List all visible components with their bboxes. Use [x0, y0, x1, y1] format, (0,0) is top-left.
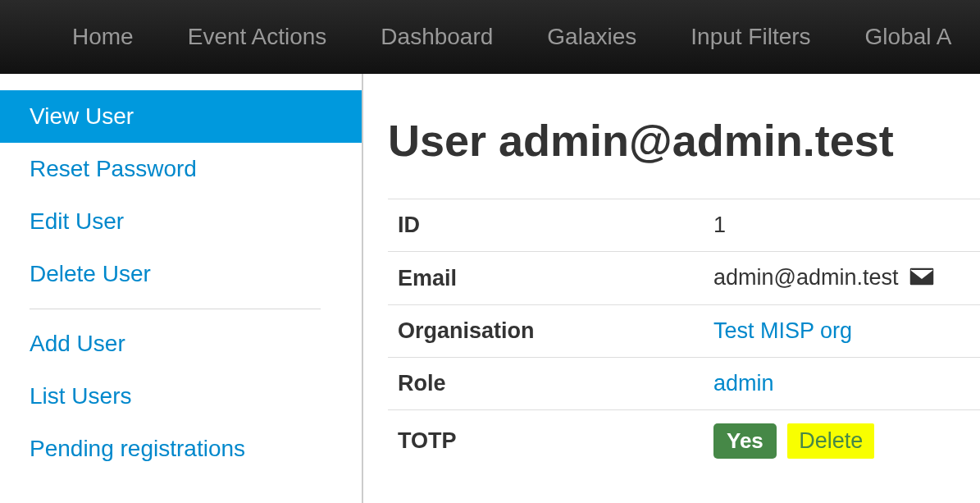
nav-home[interactable]: Home: [49, 24, 157, 50]
sidebar-item-edit-user[interactable]: Edit User: [0, 195, 362, 248]
value-id: 1: [704, 199, 980, 252]
content-area: User admin@admin.test ID 1 Email admin@a…: [363, 74, 980, 503]
top-navbar: Home Event Actions Dashboard Galaxies In…: [0, 0, 980, 74]
row-organisation: Organisation Test MISP org: [388, 305, 980, 358]
sidebar-item-add-user[interactable]: Add User: [0, 318, 362, 370]
row-id: ID 1: [388, 199, 980, 252]
nav-event-actions[interactable]: Event Actions: [165, 24, 350, 50]
label-organisation: Organisation: [388, 305, 704, 358]
label-totp: TOTP: [388, 410, 704, 473]
sidebar: View User Reset Password Edit User Delet…: [0, 74, 363, 503]
totp-yes-badge: Yes: [713, 423, 777, 459]
sidebar-item-pending-registrations[interactable]: Pending registrations: [0, 423, 362, 475]
row-totp: TOTP Yes Delete: [388, 410, 980, 473]
main-container: View User Reset Password Edit User Delet…: [0, 74, 980, 503]
sidebar-item-reset-password[interactable]: Reset Password: [0, 143, 362, 195]
nav-galaxies[interactable]: Galaxies: [524, 24, 659, 50]
nav-input-filters[interactable]: Input Filters: [668, 24, 833, 50]
sidebar-item-delete-user[interactable]: Delete User: [0, 248, 362, 300]
value-role: admin: [704, 358, 980, 410]
label-id: ID: [388, 199, 704, 252]
row-role: Role admin: [388, 358, 980, 410]
value-totp: Yes Delete: [704, 410, 980, 473]
envelope-icon[interactable]: [909, 266, 934, 291]
sidebar-divider: [30, 309, 321, 309]
nav-dashboard[interactable]: Dashboard: [358, 24, 516, 50]
email-text: admin@admin.test: [713, 265, 899, 290]
totp-delete-button[interactable]: Delete: [787, 423, 874, 459]
value-organisation: Test MISP org: [704, 305, 980, 358]
role-link[interactable]: admin: [713, 371, 774, 396]
row-email: Email admin@admin.test: [388, 252, 980, 305]
sidebar-item-list-users[interactable]: List Users: [0, 370, 362, 423]
user-details-table: ID 1 Email admin@admin.test Organisation: [388, 199, 980, 472]
organisation-link[interactable]: Test MISP org: [713, 318, 852, 343]
label-email: Email: [388, 252, 704, 305]
sidebar-item-view-user[interactable]: View User: [0, 90, 362, 143]
nav-global[interactable]: Global A: [842, 24, 975, 50]
page-title: User admin@admin.test: [388, 115, 980, 166]
value-email: admin@admin.test: [704, 252, 980, 305]
label-role: Role: [388, 358, 704, 410]
